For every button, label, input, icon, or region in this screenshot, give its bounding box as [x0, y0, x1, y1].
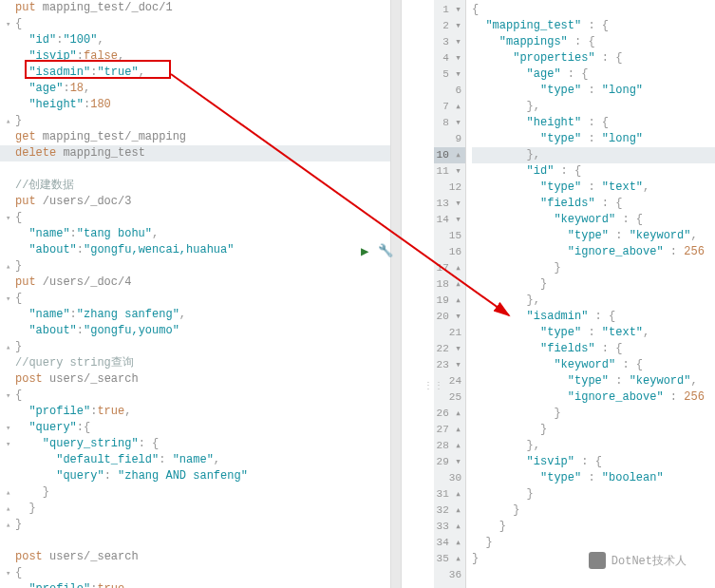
code-line[interactable]: }: [472, 276, 715, 293]
code-line[interactable]: },: [472, 293, 715, 309]
line-number: 27 ▴: [434, 422, 465, 438]
line-number: 36: [434, 567, 465, 583]
fold-toggle-icon[interactable]: ▴: [6, 502, 15, 518]
code-line[interactable]: put mapping_test/_doc/1: [0, 0, 390, 16]
code-line[interactable]: put /users/_doc/4: [0, 275, 390, 291]
code-line[interactable]: ▴}: [0, 517, 390, 533]
line-number: 14 ▾: [434, 212, 465, 228]
code-line[interactable]: ▴}: [0, 339, 390, 355]
code-line[interactable]: }: [472, 503, 715, 519]
fold-toggle-icon[interactable]: ▴: [6, 518, 15, 534]
code-line[interactable]: //创建数据: [0, 178, 390, 194]
resize-handle-icon[interactable]: ⋮⋮: [423, 380, 444, 391]
code-line[interactable]: }: [472, 486, 715, 503]
code-line[interactable]: }: [472, 260, 715, 276]
code-line[interactable]: ▾ "query":{: [0, 420, 390, 436]
code-line[interactable]: post users/_search: [0, 549, 390, 565]
code-line[interactable]: "type" : "long": [472, 131, 715, 147]
fold-toggle-icon[interactable]: ▾: [6, 566, 15, 582]
code-line[interactable]: [472, 567, 715, 583]
code-line[interactable]: {: [472, 2, 715, 18]
line-number: 9: [434, 131, 465, 147]
code-line[interactable]: "isadmin":"true",: [0, 65, 390, 81]
line-number: 8 ▾: [434, 115, 465, 131]
code-line[interactable]: "query": "zhang AND sanfeng": [0, 468, 390, 484]
code-line[interactable]: ▾{: [0, 16, 390, 32]
code-line[interactable]: ▾{: [0, 210, 390, 226]
code-line[interactable]: put /users/_doc/3: [0, 194, 390, 210]
code-line[interactable]: "fields" : {: [472, 196, 715, 212]
code-line[interactable]: "mapping_test" : {: [472, 18, 715, 34]
wrench-icon[interactable]: 🔧: [378, 243, 393, 258]
request-editor[interactable]: put mapping_test/_doc/1▾{ "id":"100", "i…: [0, 0, 391, 588]
code-line[interactable]: "type" : "boolean": [472, 470, 715, 486]
code-line[interactable]: "profile":true,: [0, 404, 390, 420]
code-line[interactable]: [0, 161, 390, 178]
code-line[interactable]: ▾{: [0, 388, 390, 404]
code-line[interactable]: "ignore_above" : 256: [472, 244, 715, 260]
fold-toggle-icon[interactable]: ▴: [6, 114, 15, 130]
code-line[interactable]: ▴}: [0, 258, 390, 275]
code-line[interactable]: "about":"gongfu,youmo": [0, 323, 390, 339]
fold-toggle-icon[interactable]: ▾: [6, 437, 15, 453]
code-line[interactable]: ▴ }: [0, 501, 390, 517]
fold-toggle-icon[interactable]: ▾: [6, 211, 15, 227]
code-line[interactable]: "name":"tang bohu",: [0, 226, 390, 242]
code-line[interactable]: ▾{: [0, 291, 390, 307]
code-line[interactable]: "age":18,: [0, 81, 390, 97]
code-line[interactable]: "default_field": "name",: [0, 452, 390, 468]
code-line[interactable]: ▾{: [0, 565, 390, 581]
code-line[interactable]: post users/_search: [0, 371, 390, 388]
code-line[interactable]: delete mapping_test: [0, 145, 390, 161]
code-line[interactable]: "id" : {: [472, 163, 715, 180]
line-number: 26 ▴: [434, 406, 465, 422]
code-line[interactable]: ▴}: [0, 113, 390, 129]
fold-toggle-icon[interactable]: ▴: [6, 485, 15, 502]
code-line[interactable]: "fields" : {: [472, 341, 715, 357]
code-line[interactable]: "name":"zhang sanfeng",: [0, 307, 390, 323]
code-line[interactable]: get mapping_test/_mapping: [0, 129, 390, 145]
play-icon[interactable]: ▶: [361, 243, 368, 259]
code-line[interactable]: },: [472, 147, 715, 163]
fold-toggle-icon[interactable]: ▾: [6, 17, 15, 33]
code-line[interactable]: "properties" : {: [472, 50, 715, 66]
code-line[interactable]: "age" : {: [472, 66, 715, 83]
code-line[interactable]: "about":"gongfu,wencai,huahua": [0, 242, 390, 258]
code-line[interactable]: "id":"100",: [0, 32, 390, 48]
code-line[interactable]: },: [472, 99, 715, 115]
code-line[interactable]: "type" : "keyword",: [472, 228, 715, 244]
line-number: 35 ▴: [434, 551, 465, 567]
fold-toggle-icon[interactable]: ▾: [6, 389, 15, 405]
code-line[interactable]: }: [472, 535, 715, 551]
fold-toggle-icon[interactable]: ▾: [6, 421, 15, 437]
line-number: 17 ▴: [434, 260, 465, 276]
code-line[interactable]: }: [472, 519, 715, 535]
code-line[interactable]: },: [472, 438, 715, 454]
code-line[interactable]: "height":180: [0, 97, 390, 113]
code-line[interactable]: "keyword" : {: [472, 212, 715, 228]
code-line[interactable]: ▾ "query_string": {: [0, 436, 390, 452]
code-line[interactable]: }: [472, 406, 715, 422]
line-number: 13 ▾: [434, 196, 465, 212]
code-line[interactable]: "isadmin" : {: [472, 309, 715, 325]
fold-toggle-icon[interactable]: ▴: [6, 259, 15, 275]
code-line[interactable]: "profile":true,: [0, 581, 390, 588]
code-line[interactable]: "mappings" : {: [472, 34, 715, 50]
code-line[interactable]: "isvip" : {: [472, 454, 715, 470]
fold-toggle-icon[interactable]: ▾: [6, 292, 15, 308]
code-line[interactable]: "keyword" : {: [472, 357, 715, 373]
code-line[interactable]: "height" : {: [472, 115, 715, 131]
fold-toggle-icon[interactable]: ▴: [6, 340, 15, 356]
response-viewer[interactable]: 1 ▾2 ▾3 ▾4 ▾5 ▾67 ▴8 ▾910 ▴11 ▾1213 ▾14 …: [434, 0, 715, 588]
code-line[interactable]: ▴ }: [0, 484, 390, 501]
code-line[interactable]: "type" : "text",: [472, 180, 715, 196]
code-line[interactable]: [0, 533, 390, 549]
code-line[interactable]: "type" : "keyword",: [472, 373, 715, 389]
code-line[interactable]: "type" : "text",: [472, 325, 715, 341]
code-line[interactable]: }: [472, 422, 715, 438]
code-line[interactable]: "type" : "long": [472, 83, 715, 99]
code-line[interactable]: //query string查询: [0, 355, 390, 371]
code-line[interactable]: "ignore_above" : 256: [472, 389, 715, 406]
code-line[interactable]: "isvip":false,: [0, 48, 390, 65]
response-code[interactable]: { "mapping_test" : { "mappings" : { "pro…: [466, 0, 715, 588]
